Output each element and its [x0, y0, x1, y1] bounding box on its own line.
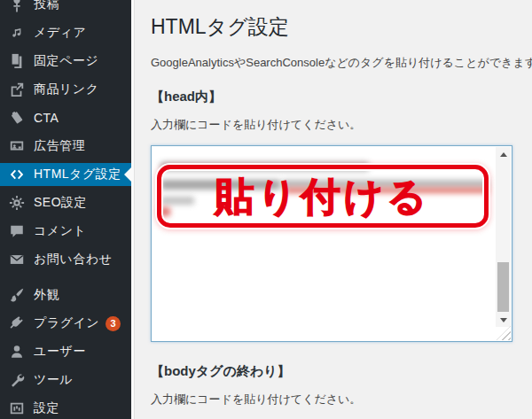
- sidebar-item-label: お問い合わせ: [34, 252, 112, 268]
- sidebar-item-label: 固定ページ: [34, 53, 98, 69]
- paste-annotation: 貼り付ける: [157, 165, 489, 228]
- plugin-update-badge: 3: [106, 316, 121, 331]
- sidebar-item-posts[interactable]: 投稿: [0, 0, 131, 16]
- plugin-icon: [8, 314, 26, 332]
- page-title: HTMLタグ設定: [151, 13, 532, 41]
- ad-management-icon: [8, 137, 26, 155]
- clipboard-icon: [8, 109, 26, 127]
- sidebar-item-label: 外観: [34, 287, 59, 303]
- sidebar-item-comments[interactable]: コメント: [0, 220, 131, 243]
- section-heading-head: 【head内】: [151, 89, 532, 105]
- gear-icon: [8, 194, 26, 212]
- comment-icon: [8, 222, 26, 240]
- page-description: GoogleAnalyticsやSearchConsoleなどのタグを貼り付ける…: [151, 55, 532, 71]
- body-instruction: 入力欄にコードを貼り付けてください。: [151, 392, 532, 407]
- sidebar-item-label: コメント: [34, 223, 86, 239]
- sidebar-item-users[interactable]: ユーザー: [0, 340, 131, 363]
- sidebar-item-ads[interactable]: 広告管理: [0, 135, 131, 158]
- sidebar-item-product-link[interactable]: 商品リンク: [0, 78, 131, 101]
- paste-annotation-label: 貼り付ける: [215, 177, 430, 216]
- admin-menu: 投稿 メディア 固定ページ 商品リンク: [0, 0, 131, 419]
- sidebar-item-pages[interactable]: 固定ページ: [0, 50, 131, 73]
- textarea-scrollbar[interactable]: [496, 147, 511, 327]
- sidebar-item-settings[interactable]: 設定: [0, 397, 131, 419]
- admin-sidebar: 投稿 メディア 固定ページ 商品リンク: [0, 0, 131, 419]
- sidebar-content-divider: [131, 0, 135, 419]
- sidebar-item-label: 設定: [34, 400, 59, 416]
- media-icon: [8, 24, 26, 42]
- section-heading-body-end: 【bodyタグの終わり】: [151, 363, 532, 380]
- head-instruction: 入力欄にコードを貼り付けてください。: [151, 117, 532, 133]
- sidebar-item-cta[interactable]: CTA: [0, 106, 131, 129]
- sidebar-item-label: 広告管理: [34, 138, 85, 154]
- sidebar-item-tools[interactable]: ツール: [0, 369, 131, 392]
- sidebar-item-label: 投稿: [34, 0, 59, 12]
- sidebar-item-html-tags[interactable]: HTMLタグ設定: [0, 163, 131, 186]
- sidebar-item-label: CTA: [34, 111, 59, 125]
- sidebar-item-media[interactable]: メディア: [0, 21, 131, 44]
- scroll-up-button[interactable]: [496, 147, 511, 161]
- sidebar-item-appearance[interactable]: 外観: [0, 283, 131, 306]
- sidebar-item-label: SEO設定: [34, 195, 87, 211]
- sidebar-item-label: メディア: [34, 25, 86, 41]
- pages-icon: [8, 52, 26, 70]
- external-link-icon: [8, 81, 26, 98]
- sidebar-item-label: ユーザー: [34, 344, 86, 360]
- brush-icon: [8, 286, 26, 304]
- sidebar-item-seo[interactable]: SEO設定: [0, 191, 131, 214]
- sliders-icon: [8, 400, 26, 417]
- user-icon: [8, 343, 26, 361]
- wrench-icon: [8, 371, 26, 389]
- resize-handle[interactable]: [497, 326, 511, 340]
- head-code-textarea[interactable]: 貼り付ける: [151, 145, 512, 342]
- code-icon: [8, 166, 26, 183]
- wordpress-admin-screen: 投稿 メディア 固定ページ 商品リンク: [0, 0, 532, 419]
- scroll-down-button[interactable]: [496, 313, 511, 327]
- settings-page: HTMLタグ設定 GoogleAnalyticsやSearchConsoleなど…: [136, 0, 532, 419]
- pin-icon: [8, 0, 26, 13]
- sidebar-item-label: 商品リンク: [34, 81, 98, 97]
- mail-icon: [8, 251, 26, 268]
- scrollbar-thumb[interactable]: [497, 262, 509, 312]
- sidebar-item-label: プラグイン: [34, 315, 99, 331]
- sidebar-item-contact[interactable]: お問い合わせ: [0, 248, 131, 271]
- sidebar-item-label: ツール: [34, 372, 73, 388]
- sidebar-item-plugins[interactable]: プラグイン 3: [0, 312, 131, 335]
- sidebar-item-label: HTMLタグ設定: [34, 167, 121, 182]
